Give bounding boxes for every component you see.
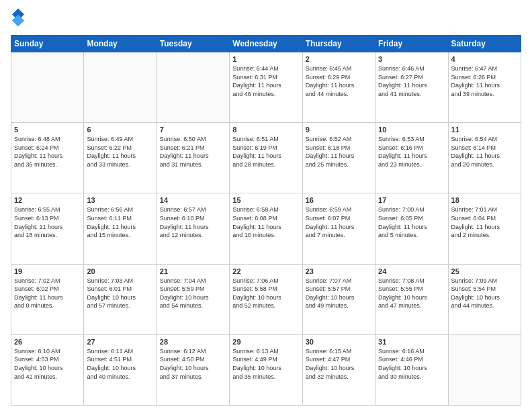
calendar-cell: 22Sunrise: 7:06 AM Sunset: 5:58 PM Dayli… xyxy=(230,264,302,334)
day-info: Sunrise: 6:10 AM Sunset: 4:53 PM Dayligh… xyxy=(14,347,81,381)
day-info: Sunrise: 6:11 AM Sunset: 4:51 PM Dayligh… xyxy=(87,347,153,381)
day-info: Sunrise: 6:12 AM Sunset: 4:50 PM Dayligh… xyxy=(160,347,226,381)
calendar-cell: 3Sunrise: 6:46 AM Sunset: 6:27 PM Daylig… xyxy=(375,52,448,123)
day-number: 28 xyxy=(160,338,226,346)
day-info: Sunrise: 6:46 AM Sunset: 6:27 PM Dayligh… xyxy=(378,64,445,98)
day-number: 6 xyxy=(87,126,153,134)
day-number: 8 xyxy=(232,126,299,134)
weekday-header-tuesday: Tuesday xyxy=(157,36,229,52)
day-info: Sunrise: 7:01 AM Sunset: 6:04 PM Dayligh… xyxy=(451,205,518,239)
day-number: 17 xyxy=(378,196,445,204)
day-info: Sunrise: 7:06 AM Sunset: 5:58 PM Dayligh… xyxy=(232,277,299,310)
calendar-cell: 18Sunrise: 7:01 AM Sunset: 6:04 PM Dayli… xyxy=(448,193,521,264)
day-info: Sunrise: 6:48 AM Sunset: 6:24 PM Dayligh… xyxy=(14,135,81,169)
day-info: Sunrise: 6:51 AM Sunset: 6:19 PM Dayligh… xyxy=(232,135,299,169)
day-info: Sunrise: 6:45 AM Sunset: 6:29 PM Dayligh… xyxy=(306,64,372,98)
day-number: 4 xyxy=(451,55,518,63)
day-info: Sunrise: 7:09 AM Sunset: 5:54 PM Dayligh… xyxy=(451,277,518,310)
calendar-cell: 4Sunrise: 6:47 AM Sunset: 6:26 PM Daylig… xyxy=(448,52,521,123)
day-number: 27 xyxy=(87,338,153,346)
calendar-cell xyxy=(84,52,157,123)
weekday-header-monday: Monday xyxy=(84,36,157,52)
calendar-cell: 27Sunrise: 6:11 AM Sunset: 4:51 PM Dayli… xyxy=(84,334,157,405)
day-number: 21 xyxy=(160,267,226,275)
calendar-cell: 28Sunrise: 6:12 AM Sunset: 4:50 PM Dayli… xyxy=(157,334,229,405)
weekday-header-wednesday: Wednesday xyxy=(230,36,302,52)
calendar-cell: 5Sunrise: 6:48 AM Sunset: 6:24 PM Daylig… xyxy=(11,123,84,193)
day-number: 29 xyxy=(232,338,299,346)
day-info: Sunrise: 7:04 AM Sunset: 5:59 PM Dayligh… xyxy=(160,277,226,310)
day-number: 10 xyxy=(378,126,445,134)
calendar-cell: 24Sunrise: 7:08 AM Sunset: 5:55 PM Dayli… xyxy=(375,264,448,334)
calendar-cell: 12Sunrise: 6:55 AM Sunset: 6:13 PM Dayli… xyxy=(11,193,84,264)
day-info: Sunrise: 7:02 AM Sunset: 6:02 PM Dayligh… xyxy=(14,277,81,310)
day-number: 23 xyxy=(306,267,372,275)
calendar-cell xyxy=(11,52,84,123)
day-info: Sunrise: 7:03 AM Sunset: 6:01 PM Dayligh… xyxy=(87,277,153,310)
calendar-cell: 23Sunrise: 7:07 AM Sunset: 5:57 PM Dayli… xyxy=(302,264,375,334)
day-number: 26 xyxy=(14,338,81,346)
calendar-cell: 2Sunrise: 6:45 AM Sunset: 6:29 PM Daylig… xyxy=(302,52,375,123)
calendar-cell: 15Sunrise: 6:58 AM Sunset: 6:08 PM Dayli… xyxy=(230,193,302,264)
calendar-cell xyxy=(448,334,521,405)
day-number: 13 xyxy=(87,196,153,204)
day-info: Sunrise: 6:54 AM Sunset: 6:14 PM Dayligh… xyxy=(451,135,518,169)
calendar-week-row: 19Sunrise: 7:02 AM Sunset: 6:02 PM Dayli… xyxy=(11,264,521,334)
calendar-cell: 1Sunrise: 6:44 AM Sunset: 6:31 PM Daylig… xyxy=(230,52,302,123)
day-number: 9 xyxy=(306,126,372,134)
weekday-header-saturday: Saturday xyxy=(448,36,521,52)
calendar-cell: 19Sunrise: 7:02 AM Sunset: 6:02 PM Dayli… xyxy=(11,264,84,334)
day-info: Sunrise: 6:56 AM Sunset: 6:11 PM Dayligh… xyxy=(87,205,153,239)
logo-icon xyxy=(12,8,24,27)
day-number: 14 xyxy=(160,196,226,204)
calendar-cell: 31Sunrise: 6:16 AM Sunset: 4:46 PM Dayli… xyxy=(375,334,448,405)
day-info: Sunrise: 6:52 AM Sunset: 6:18 PM Dayligh… xyxy=(306,135,372,169)
calendar-cell xyxy=(157,52,229,123)
day-info: Sunrise: 6:58 AM Sunset: 6:08 PM Dayligh… xyxy=(232,205,299,239)
calendar-cell: 13Sunrise: 6:56 AM Sunset: 6:11 PM Dayli… xyxy=(84,193,157,264)
day-info: Sunrise: 6:55 AM Sunset: 6:13 PM Dayligh… xyxy=(14,205,81,239)
calendar-week-row: 1Sunrise: 6:44 AM Sunset: 6:31 PM Daylig… xyxy=(11,52,521,123)
calendar-week-row: 5Sunrise: 6:48 AM Sunset: 6:24 PM Daylig… xyxy=(11,123,521,193)
day-number: 30 xyxy=(306,338,372,346)
calendar-cell: 25Sunrise: 7:09 AM Sunset: 5:54 PM Dayli… xyxy=(448,264,521,334)
calendar-cell: 26Sunrise: 6:10 AM Sunset: 4:53 PM Dayli… xyxy=(11,334,84,405)
day-number: 12 xyxy=(14,196,81,204)
day-info: Sunrise: 6:59 AM Sunset: 6:07 PM Dayligh… xyxy=(306,205,372,239)
day-number: 15 xyxy=(232,196,299,204)
weekday-header-thursday: Thursday xyxy=(302,36,375,52)
day-number: 2 xyxy=(306,55,372,63)
day-info: Sunrise: 6:47 AM Sunset: 6:26 PM Dayligh… xyxy=(451,64,518,98)
calendar-cell: 30Sunrise: 6:15 AM Sunset: 4:47 PM Dayli… xyxy=(302,334,375,405)
calendar-cell: 16Sunrise: 6:59 AM Sunset: 6:07 PM Dayli… xyxy=(302,193,375,264)
calendar-cell: 8Sunrise: 6:51 AM Sunset: 6:19 PM Daylig… xyxy=(230,123,302,193)
weekday-header-friday: Friday xyxy=(375,36,448,52)
day-number: 7 xyxy=(160,126,226,134)
calendar-cell: 29Sunrise: 6:13 AM Sunset: 4:49 PM Dayli… xyxy=(230,334,302,405)
calendar-week-row: 26Sunrise: 6:10 AM Sunset: 4:53 PM Dayli… xyxy=(11,334,521,405)
day-info: Sunrise: 6:13 AM Sunset: 4:49 PM Dayligh… xyxy=(232,347,299,381)
day-info: Sunrise: 7:07 AM Sunset: 5:57 PM Dayligh… xyxy=(306,277,372,310)
weekday-header-sunday: Sunday xyxy=(11,36,84,52)
calendar-cell: 10Sunrise: 6:53 AM Sunset: 6:16 PM Dayli… xyxy=(375,123,448,193)
calendar-table: SundayMondayTuesdayWednesdayThursdayFrid… xyxy=(11,35,521,406)
day-number: 20 xyxy=(87,267,153,275)
day-info: Sunrise: 6:50 AM Sunset: 6:21 PM Dayligh… xyxy=(160,135,226,169)
day-number: 31 xyxy=(378,338,445,346)
calendar-cell: 17Sunrise: 7:00 AM Sunset: 6:05 PM Dayli… xyxy=(375,193,448,264)
calendar-cell: 9Sunrise: 6:52 AM Sunset: 6:18 PM Daylig… xyxy=(302,123,375,193)
day-info: Sunrise: 6:53 AM Sunset: 6:16 PM Dayligh… xyxy=(378,135,445,169)
calendar-week-row: 12Sunrise: 6:55 AM Sunset: 6:13 PM Dayli… xyxy=(11,193,521,264)
day-info: Sunrise: 6:16 AM Sunset: 4:46 PM Dayligh… xyxy=(378,347,445,381)
day-info: Sunrise: 7:00 AM Sunset: 6:05 PM Dayligh… xyxy=(378,205,445,239)
day-info: Sunrise: 6:57 AM Sunset: 6:10 PM Dayligh… xyxy=(160,205,226,239)
day-info: Sunrise: 7:08 AM Sunset: 5:55 PM Dayligh… xyxy=(378,277,445,310)
day-number: 1 xyxy=(232,55,299,63)
logo xyxy=(11,8,28,30)
day-number: 22 xyxy=(232,267,299,275)
calendar-cell: 7Sunrise: 6:50 AM Sunset: 6:21 PM Daylig… xyxy=(157,123,229,193)
day-number: 19 xyxy=(14,267,81,275)
day-info: Sunrise: 6:44 AM Sunset: 6:31 PM Dayligh… xyxy=(232,64,299,98)
day-number: 16 xyxy=(306,196,372,204)
weekday-header-row: SundayMondayTuesdayWednesdayThursdayFrid… xyxy=(11,36,521,52)
